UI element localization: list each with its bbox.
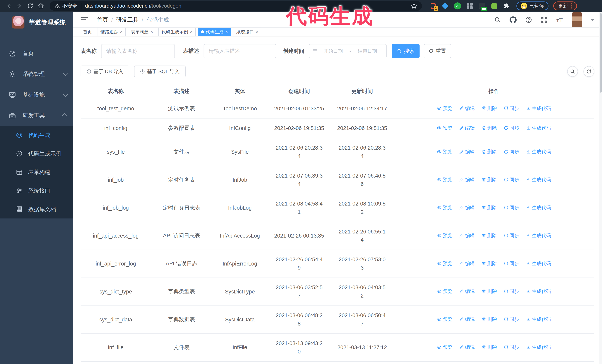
security-label[interactable]: 不安全 [62, 3, 77, 9]
extension-frog-icon[interactable] [491, 2, 498, 10]
browser-home-button[interactable] [36, 0, 46, 11]
generate-code-link[interactable]: 生成代码 [526, 177, 551, 183]
delete-link[interactable]: 删除 [481, 316, 497, 322]
avatar[interactable] [572, 12, 582, 27]
sync-link[interactable]: 同步 [504, 125, 519, 131]
sidebar-item-codegen[interactable]: 代码生成 [0, 126, 73, 145]
close-icon[interactable]: × [150, 30, 153, 34]
browser-back-button[interactable] [3, 0, 14, 11]
extension-orange-icon[interactable]: 1 [429, 2, 437, 10]
breadcrumb-home[interactable]: 首页 [97, 16, 116, 24]
browser-update-button[interactable]: 更新 [553, 1, 577, 10]
extensions-puzzle-icon[interactable] [503, 2, 510, 10]
generate-code-link[interactable]: 生成代码 [526, 316, 551, 322]
preview-link[interactable]: 预览 [437, 204, 452, 211]
table-desc-input[interactable] [204, 44, 276, 58]
sidebar-toggle-icon[interactable] [81, 16, 89, 24]
sidebar-item-system-api[interactable]: 系统接口 [0, 181, 73, 200]
preview-link[interactable]: 预览 [437, 344, 452, 351]
font-size-icon[interactable]: TT [556, 16, 563, 23]
edit-link[interactable]: 编辑 [459, 316, 474, 322]
browser-reload-button[interactable] [25, 0, 36, 11]
github-icon[interactable] [509, 16, 517, 23]
scrollbar-thumb[interactable] [600, 13, 602, 93]
preview-link[interactable]: 预览 [437, 148, 452, 155]
sync-link[interactable]: 同步 [504, 148, 519, 155]
close-icon[interactable]: × [226, 30, 228, 34]
refresh-list-button[interactable] [583, 66, 594, 77]
edit-link[interactable]: 编辑 [459, 148, 474, 155]
tab-tracing[interactable]: 链路追踪× [97, 28, 126, 36]
help-icon[interactable] [525, 16, 532, 23]
sidebar-item-system[interactable]: 系统管理 [0, 64, 73, 84]
generate-code-link[interactable]: 生成代码 [526, 105, 551, 112]
preview-link[interactable]: 预览 [437, 105, 452, 112]
preview-link[interactable]: 预览 [437, 125, 452, 131]
sync-link[interactable]: 同步 [504, 177, 519, 183]
sync-link[interactable]: 同步 [504, 316, 519, 322]
edit-link[interactable]: 编辑 [459, 204, 474, 211]
preview-link[interactable]: 预览 [437, 177, 452, 183]
edit-link[interactable]: 编辑 [459, 105, 474, 112]
tab-codegen-example[interactable]: 代码生成示例× [158, 28, 196, 36]
fullscreen-icon[interactable] [540, 16, 548, 23]
bookmark-star-icon[interactable] [411, 3, 417, 9]
extension-on-icon[interactable]: on [478, 2, 486, 10]
import-sql-button[interactable]: 基于 SQL 导入 [134, 65, 186, 77]
import-db-button[interactable]: 基于 DB 导入 [81, 65, 129, 77]
sidebar-item-db-doc[interactable]: 数据库文档 [0, 200, 73, 218]
sidebar-item-home[interactable]: 首页 [0, 43, 73, 64]
generate-code-link[interactable]: 生成代码 [526, 260, 551, 267]
delete-link[interactable]: 删除 [481, 148, 497, 155]
date-range-picker[interactable]: 开始日期 - 结束日期 [309, 44, 387, 58]
delete-link[interactable]: 删除 [481, 125, 497, 131]
delete-link[interactable]: 删除 [481, 260, 497, 267]
sidebar-item-devtools[interactable]: 研发工具 [0, 105, 73, 126]
delete-link[interactable]: 删除 [481, 204, 497, 211]
toggle-search-button[interactable] [567, 66, 578, 77]
preview-link[interactable]: 预览 [437, 288, 452, 295]
generate-code-link[interactable]: 生成代码 [526, 344, 551, 351]
sync-link[interactable]: 同步 [504, 232, 519, 239]
tab-form-builder[interactable]: 表单构建× [128, 28, 156, 36]
extension-grid-icon[interactable] [466, 2, 473, 10]
tab-codegen[interactable]: 代码生成× [198, 28, 231, 36]
sync-link[interactable]: 同步 [504, 105, 519, 112]
generate-code-link[interactable]: 生成代码 [526, 204, 551, 211]
sync-link[interactable]: 同步 [504, 288, 519, 295]
delete-link[interactable]: 删除 [481, 232, 497, 239]
sidebar-item-infra[interactable]: 基础设施 [0, 84, 73, 105]
search-button[interactable]: 搜索 [392, 44, 419, 58]
delete-link[interactable]: 删除 [481, 105, 497, 112]
chrome-menu-icon[interactable] [571, 3, 572, 9]
generate-code-link[interactable]: 生成代码 [526, 232, 551, 239]
preview-link[interactable]: 预览 [437, 316, 452, 322]
close-icon[interactable]: × [190, 30, 193, 34]
breadcrumb-devtools[interactable]: 研发工具 [116, 16, 147, 24]
sync-link[interactable]: 同步 [504, 204, 519, 211]
tab-home[interactable]: 首页 [80, 28, 95, 36]
generate-code-link[interactable]: 生成代码 [526, 288, 551, 295]
generate-code-link[interactable]: 生成代码 [526, 125, 551, 131]
extension-check-icon[interactable]: ✓ [454, 2, 461, 10]
sync-link[interactable]: 同步 [504, 344, 519, 351]
search-icon[interactable] [494, 16, 501, 23]
sync-link[interactable]: 同步 [504, 260, 519, 267]
browser-forward-button[interactable] [14, 0, 25, 11]
sidebar-logo-row[interactable]: 芋道管理系统 [0, 12, 73, 32]
edit-link[interactable]: 编辑 [459, 344, 474, 351]
edit-link[interactable]: 编辑 [459, 232, 474, 239]
edit-link[interactable]: 编辑 [459, 177, 474, 183]
close-icon[interactable]: × [256, 30, 258, 34]
edit-link[interactable]: 编辑 [459, 125, 474, 131]
delete-link[interactable]: 删除 [481, 288, 497, 295]
preview-link[interactable]: 预览 [437, 260, 452, 267]
preview-link[interactable]: 预览 [437, 232, 452, 239]
profile-paused-pill[interactable]: 已暂停 [516, 1, 548, 10]
reset-button[interactable]: 重置 [424, 44, 451, 58]
edit-link[interactable]: 编辑 [459, 260, 474, 267]
generate-code-link[interactable]: 生成代码 [526, 148, 551, 155]
edit-link[interactable]: 编辑 [459, 288, 474, 295]
sidebar-item-codegen-example[interactable]: 代码生成示例 [0, 145, 73, 163]
sidebar-item-form-builder[interactable]: 表单构建 [0, 163, 73, 181]
